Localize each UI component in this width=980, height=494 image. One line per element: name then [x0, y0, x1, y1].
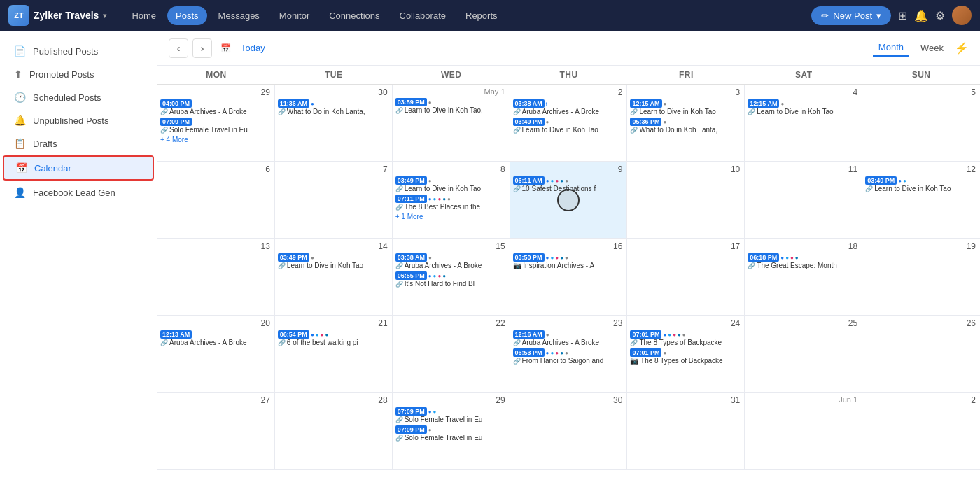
- sidebar-item-drafts[interactable]: 📋 Drafts: [3, 132, 154, 155]
- post-title: Aruba Archives - A Broke: [522, 339, 600, 346]
- cal-cell-24[interactable]: 24 07:01 PM ● ● ● ● ● 🔗 The 8 Types o: [627, 316, 745, 392]
- cal-cell-14[interactable]: 14 03:49 PM ● 🔗 Learn to Dive in Koh Tao: [275, 239, 393, 315]
- day-number: 4: [748, 87, 859, 97]
- cal-cell-8[interactable]: 8 03:49 PM ● 🔗 Learn to Dive in Koh Tao: [393, 162, 510, 238]
- avatar[interactable]: [952, 6, 972, 25]
- facebook-lead-icon: 👤: [14, 187, 26, 198]
- new-post-chevron-icon: ▾: [876, 10, 881, 21]
- day-number: 13: [160, 241, 272, 251]
- cal-cell-9-highlighted[interactable]: 9 06:11 AM ● ● ● ● ● 🔗 10 Safest Dest: [510, 162, 628, 238]
- post-row-header: 11:36 AM ●: [278, 99, 389, 108]
- nav-connections[interactable]: Connections: [321, 6, 388, 25]
- sidebar-item-unpublished[interactable]: 🔔 Unpublished Posts: [3, 109, 154, 132]
- settings-icon[interactable]: ⚙: [935, 9, 945, 22]
- cal-cell-18[interactable]: 18 06:18 PM ● ● ● ● 🔗 The Great Escape: …: [745, 239, 862, 315]
- sidebar-item-promoted[interactable]: ⬆ Promoted Posts: [3, 63, 154, 85]
- post-time: 07:01 PM: [630, 330, 662, 339]
- calendar-icon: 📅: [15, 162, 27, 174]
- ig-icon: ●: [321, 332, 324, 338]
- filter-icon[interactable]: ⚡: [955, 41, 969, 55]
- link-icon: 🔗: [513, 358, 521, 365]
- post-row-title: 🔗 Learn to Dive in Koh Tao: [630, 108, 741, 115]
- next-button[interactable]: ›: [192, 38, 212, 58]
- cal-cell-30[interactable]: 30 11:36 AM ● 🔗 What to Do in Koh Lanta,: [275, 85, 393, 161]
- more-link[interactable]: + 1 More: [396, 213, 507, 220]
- nav-collaborate[interactable]: Collaborate: [391, 6, 455, 25]
- week-view-button[interactable]: Week: [915, 40, 949, 56]
- cal-cell-19[interactable]: 19: [862, 239, 980, 315]
- cal-cell-5[interactable]: 5: [862, 85, 980, 161]
- day-header-fri: FRI: [627, 66, 745, 84]
- cal-cell-22[interactable]: 22: [393, 316, 510, 392]
- cal-cell-may1[interactable]: May 1 03:59 PM ● 🔗 Learn to Dive in Koh …: [393, 85, 510, 161]
- day-headers: MON TUE WED THU FRI SAT SUN: [158, 66, 980, 85]
- day-number: 26: [865, 318, 977, 328]
- fb-icon: ●: [898, 178, 902, 184]
- sidebar-label-published: Published Posts: [33, 46, 98, 57]
- sidebar-item-scheduled[interactable]: 🕐 Scheduled Posts: [3, 86, 154, 108]
- sidebar-item-calendar[interactable]: 📅 Calendar: [3, 155, 154, 181]
- post-row: 12:13 AM 🔗 Aruba Archives - A Broke: [160, 330, 272, 346]
- cal-cell-15[interactable]: 15 03:38 AM ● 🔗 Aruba Archives - A Broke: [393, 239, 510, 315]
- cal-cell-16[interactable]: 16 03:50 PM ● ● ● ● ● 📷 Inspiration Arch…: [510, 239, 628, 315]
- today-button[interactable]: Today: [241, 43, 265, 53]
- month-view-button[interactable]: Month: [873, 39, 909, 57]
- post-time: 06:18 PM: [748, 253, 779, 262]
- link-icon: 🔗: [160, 108, 168, 115]
- bell-icon[interactable]: 🔔: [914, 9, 928, 22]
- tw-icon: ●: [785, 255, 789, 261]
- post-row: 03:49 PM ● ● 🔗 Learn to Dive in Koh Tao: [865, 176, 977, 192]
- cal-cell-30b[interactable]: 30: [510, 393, 628, 469]
- post-row-title: 🔗 Solo Female Travel in Eu: [396, 416, 507, 423]
- nav-posts[interactable]: Posts: [167, 6, 207, 25]
- cal-cell-29[interactable]: 29 04:00 PM 🔗 Aruba Archives - A Broke 0…: [158, 85, 275, 161]
- more-icon: ●: [565, 255, 568, 261]
- cal-cell-21[interactable]: 21 06:54 PM ● ● ● ● 🔗 6 of the best walk…: [275, 316, 393, 392]
- sidebar-item-published[interactable]: 📄 Published Posts: [3, 40, 154, 62]
- cal-cell-jun2[interactable]: 2: [862, 393, 980, 469]
- brand-logo-area[interactable]: ZT Zylker Travels ▾: [8, 5, 106, 26]
- cal-cell-13[interactable]: 13: [158, 239, 275, 315]
- cal-cell-20[interactable]: 20 12:13 AM 🔗 Aruba Archives - A Broke: [158, 316, 275, 392]
- cal-cell-2[interactable]: 2 03:38 AM f 🔗 Aruba Archives - A Broke: [510, 85, 628, 161]
- cal-cell-4[interactable]: 4 12:15 AM ● 🔗 Learn to Dive in Koh Tao: [745, 85, 862, 161]
- day-number: 25: [748, 318, 859, 328]
- cal-cell-31[interactable]: 31: [627, 393, 745, 469]
- sidebar-item-facebook-lead[interactable]: 👤 Facebook Lead Gen: [3, 181, 154, 204]
- cal-cell-25[interactable]: 25: [745, 316, 862, 392]
- cal-cell-27[interactable]: 27: [158, 393, 275, 469]
- nav-reports[interactable]: Reports: [457, 6, 506, 25]
- network-icon: ●: [663, 119, 666, 125]
- cal-cell-11[interactable]: 11: [745, 162, 862, 238]
- cal-cell-28[interactable]: 28: [275, 393, 393, 469]
- post-row: 11:36 AM ● 🔗 What to Do in Koh Lanta,: [278, 99, 389, 115]
- fb-icon: ●: [546, 178, 550, 184]
- cal-cell-6[interactable]: 6: [158, 162, 275, 238]
- post-time: 03:49 PM: [278, 253, 309, 262]
- post-row-title: 🔗 It's Not Hard to Find Bl: [396, 280, 507, 288]
- cal-cell-23[interactable]: 23 12:16 AM ● 🔗 Aruba Archives - A Broke: [510, 316, 628, 392]
- fb-icon: ●: [780, 255, 784, 261]
- post-row: 06:18 PM ● ● ● ● 🔗 The Great Escape: Mon…: [748, 253, 859, 269]
- prev-button[interactable]: ‹: [169, 38, 188, 58]
- new-post-button[interactable]: ✏ New Post ▾: [811, 6, 891, 25]
- sidebar-label-facebook-lead: Facebook Lead Gen: [33, 188, 115, 198]
- nav-messages[interactable]: Messages: [210, 6, 268, 25]
- cal-cell-29b[interactable]: 29 07:09 PM ● ● 🔗 Solo Female Travel in …: [393, 393, 510, 469]
- post-row: 07:01 PM ● ● ● ● ● 🔗 The 8 Types of Back…: [630, 330, 741, 346]
- cal-cell-jun1[interactable]: Jun 1: [745, 393, 862, 469]
- grid-icon[interactable]: ⊞: [898, 9, 907, 22]
- nav-monitor[interactable]: Monitor: [271, 6, 318, 25]
- cal-cell-10[interactable]: 10: [627, 162, 745, 238]
- day-number: 29: [396, 395, 507, 405]
- network-icon: ●: [780, 101, 784, 107]
- cal-cell-12[interactable]: 12 03:49 PM ● ● 🔗 Learn to Dive in Koh T…: [862, 162, 980, 238]
- post-row-title: 🔗 Learn to Dive in Koh Tao,: [396, 106, 507, 114]
- more-link[interactable]: + 4 More: [160, 136, 272, 143]
- cal-cell-26[interactable]: 26: [862, 316, 980, 392]
- nav-home[interactable]: Home: [123, 6, 164, 25]
- cal-cell-3[interactable]: 3 12:15 AM ● 🔗 Learn to Dive in Koh Tao: [627, 85, 745, 161]
- cal-cell-17[interactable]: 17: [627, 239, 745, 315]
- cal-cell-7[interactable]: 7: [275, 162, 393, 238]
- post-title: Aruba Archives - A Broke: [169, 108, 247, 115]
